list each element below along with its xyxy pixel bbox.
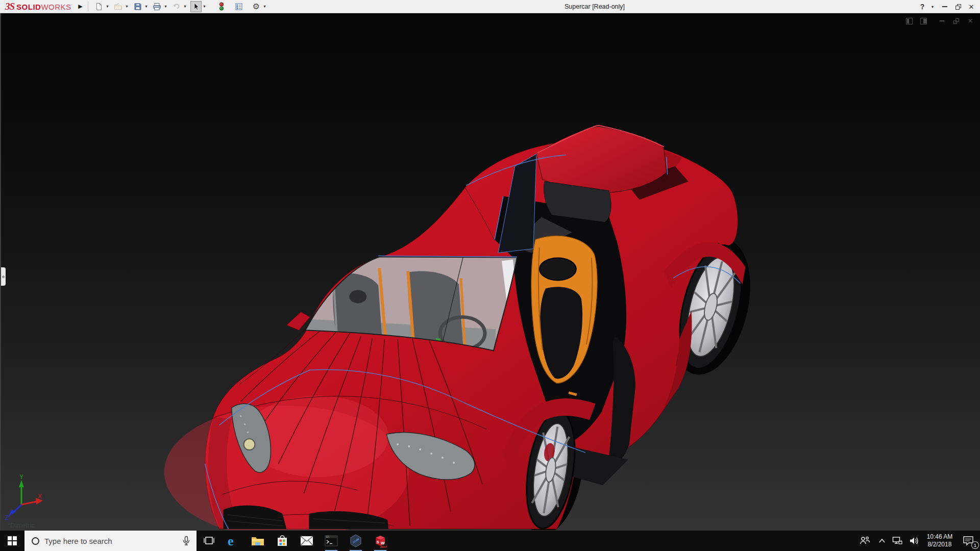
action-center-button[interactable]: 1 (957, 531, 980, 551)
quick-access-toolbar: ▾ ▾ ▾ ▾ ▾ ▾ (93, 1, 270, 12)
model-canvas[interactable]: Y X Z (1, 13, 980, 530)
open-folder-icon (114, 3, 122, 11)
rebuild-button[interactable] (216, 1, 227, 12)
save-button[interactable] (132, 1, 143, 12)
triad-x-label: X (38, 493, 42, 500)
tray-time: 10:46 AM (927, 533, 953, 541)
new-caret-icon[interactable]: ▾ (105, 4, 111, 9)
toolbar-separator (88, 2, 88, 12)
file-properties-icon (235, 3, 243, 11)
store-icon (276, 534, 288, 547)
minimize-icon (940, 20, 944, 21)
minimize-icon (942, 6, 947, 7)
store-button[interactable] (270, 531, 295, 551)
document-close-button[interactable]: ✕ (966, 16, 975, 26)
svg-text:C:\: C:\ (326, 536, 330, 538)
tray-date: 8/2/2018 (928, 541, 952, 548)
document-restore-button[interactable] (951, 16, 961, 26)
system-tray: 10:46 AM 8/2/2018 1 (854, 531, 980, 551)
restore-icon (955, 4, 961, 10)
help-caret-icon[interactable]: ▾ (929, 5, 936, 9)
save-caret-icon[interactable]: ▾ (143, 4, 150, 9)
pane-icon (906, 18, 913, 24)
titlebar: 3S SOLID WORKS ▶ ▾ ▾ ▾ ▾ (0, 0, 980, 13)
reference-triad: Y X Z (5, 473, 43, 521)
svg-text:S: S (377, 540, 380, 544)
view-orientation-label: *Dimetric (8, 521, 35, 529)
pane-icon (920, 18, 927, 24)
new-document-button[interactable] (93, 1, 105, 12)
start-button[interactable] (0, 531, 24, 551)
car-model (164, 126, 764, 530)
window-title: Supercar [Read-only] (544, 0, 646, 13)
open-document-button[interactable] (113, 1, 124, 12)
help-button[interactable]: ? (916, 0, 929, 13)
edge-icon: e (227, 534, 240, 547)
document-window-controls: ✕ (904, 16, 975, 26)
file-properties-button[interactable] (233, 1, 244, 12)
windows-logo-icon (8, 536, 17, 545)
restore-button[interactable] (951, 0, 965, 13)
document-minimize-button[interactable] (937, 16, 946, 26)
hidden-icons-button[interactable] (875, 531, 889, 551)
triad-y-label: Y (19, 473, 23, 481)
select-caret-icon[interactable]: ▾ (202, 4, 208, 9)
taskbar-search[interactable] (24, 531, 197, 551)
display-pane-button[interactable] (919, 16, 928, 26)
mail-button[interactable] (295, 531, 319, 551)
select-cursor-icon (192, 3, 200, 11)
rebuild-traffic-light-icon (218, 2, 225, 11)
select-tool-button[interactable] (190, 1, 202, 12)
close-button[interactable]: ✕ (965, 0, 978, 13)
task-view-button[interactable] (197, 531, 221, 551)
print-icon (153, 3, 161, 11)
solidworks-2017-icon: S W 2017 (373, 534, 387, 548)
save-floppy-icon (134, 3, 142, 11)
gear-icon: ⚙ (252, 3, 259, 11)
restore-icon (953, 18, 959, 24)
microphone-icon[interactable] (182, 536, 190, 546)
new-document-icon (95, 3, 103, 11)
menu-flyout-arrow-icon[interactable]: ▶ (77, 2, 85, 12)
ds-3s-logo: 3S (5, 1, 14, 12)
print-caret-icon[interactable]: ▾ (163, 4, 169, 9)
door-shell (536, 127, 667, 193)
hexagon-app-button[interactable] (344, 531, 368, 551)
chevron-up-icon (878, 538, 886, 543)
undo-caret-icon[interactable]: ▾ (182, 4, 188, 9)
file-explorer-button[interactable] (246, 531, 270, 551)
notification-badge: 1 (971, 541, 979, 549)
edge-button[interactable]: e (221, 531, 246, 551)
clock[interactable]: 10:46 AM 8/2/2018 (923, 531, 957, 551)
mail-icon (300, 536, 313, 546)
command-prompt-icon: C:\ (325, 535, 338, 546)
featuremanager-pane-button[interactable] (904, 16, 914, 26)
window-controls: ? ▾ ✕ (916, 0, 978, 13)
cortana-icon (32, 537, 39, 545)
open-caret-icon[interactable]: ▾ (124, 4, 130, 9)
print-button[interactable] (152, 1, 163, 12)
people-button[interactable] (854, 531, 875, 551)
options-button[interactable]: ⚙ (251, 1, 262, 12)
solidworks-2017-button[interactable]: S W 2017 (368, 531, 393, 551)
undo-arrow-icon (172, 3, 181, 11)
svg-text:2017: 2017 (380, 545, 387, 548)
triad-z-label: Z (5, 514, 9, 521)
solidworks-logo: 3S SOLID WORKS (5, 1, 71, 12)
featuremanager-flyout-tab[interactable] (1, 267, 6, 286)
graphics-area[interactable]: Y X Z ✕ *Dimetric (0, 13, 980, 531)
undo-button[interactable] (171, 1, 182, 12)
minimize-button[interactable] (938, 0, 951, 13)
command-prompt-button[interactable]: C:\ (319, 531, 344, 551)
desktop: 3S SOLID WORKS ▶ ▾ ▾ ▾ ▾ (0, 0, 980, 551)
speaker-icon (909, 536, 919, 545)
options-caret-icon[interactable]: ▾ (262, 4, 268, 9)
hexagon-app-icon (349, 534, 362, 547)
volume-button[interactable] (905, 531, 923, 551)
svg-text:e: e (228, 534, 234, 547)
people-icon (859, 536, 870, 546)
network-button[interactable] (889, 531, 905, 551)
search-input[interactable] (44, 537, 182, 545)
network-icon (892, 536, 902, 545)
flyout-dot-icon (2, 276, 5, 278)
